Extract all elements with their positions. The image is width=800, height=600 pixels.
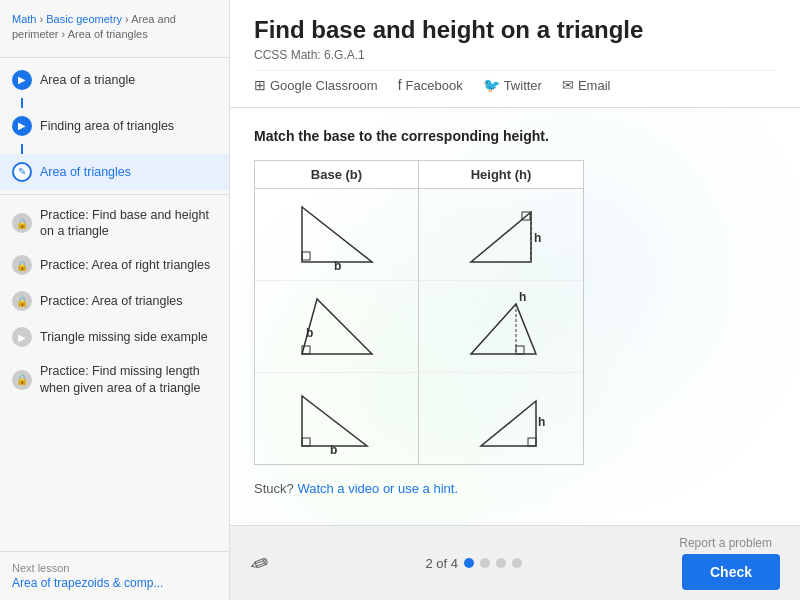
google-classroom-icon: ⊞ xyxy=(254,77,266,93)
sidebar-icon-complete: ▶ xyxy=(12,70,32,90)
matching-cell-height-2[interactable]: h xyxy=(419,281,583,373)
svg-text:h: h xyxy=(534,231,541,245)
sidebar-icon-complete2: ▶ xyxy=(12,116,32,136)
main-header: Find base and height on a triangle CCSS … xyxy=(230,0,800,108)
progress-dot-1 xyxy=(464,558,474,568)
sidebar-item-missing-side[interactable]: ▶ Triangle missing side example xyxy=(0,319,229,355)
sidebar-icon-lock3: 🔒 xyxy=(12,291,32,311)
svg-text:b: b xyxy=(330,443,337,456)
svg-text:h: h xyxy=(538,415,545,429)
progress-indicator: 2 of 4 xyxy=(425,556,522,571)
triangle-height-3-svg: h xyxy=(456,381,546,456)
progress-dot-2 xyxy=(480,558,490,568)
svg-rect-15 xyxy=(302,438,310,446)
svg-text:h: h xyxy=(519,290,526,304)
exercise-area: Match the base to the corresponding heig… xyxy=(230,108,800,525)
bottom-right: Report a problem Check xyxy=(679,536,780,590)
svg-rect-1 xyxy=(302,252,310,260)
report-problem-link[interactable]: Report a problem xyxy=(679,536,780,550)
sidebar-item-practice-right[interactable]: 🔒 Practice: Area of right triangles xyxy=(0,247,229,283)
stuck-hint-link[interactable]: Watch a video or use a hint. xyxy=(297,481,458,496)
sidebar: Math › Basic geometry › Area and perimet… xyxy=(0,0,230,600)
main-content: Find base and height on a triangle CCSS … xyxy=(230,0,800,600)
sidebar-item-practice-missing[interactable]: 🔒 Practice: Find missing length when giv… xyxy=(0,355,229,404)
sidebar-connector2 xyxy=(21,144,23,154)
page-title: Find base and height on a triangle xyxy=(254,16,776,44)
svg-marker-0 xyxy=(302,207,372,262)
breadcrumb-basic-geometry[interactable]: Basic geometry xyxy=(46,13,122,25)
progress-dot-4 xyxy=(512,558,522,568)
svg-text:b: b xyxy=(306,326,313,340)
pencil-icon: ✏ xyxy=(246,548,272,579)
svg-marker-10 xyxy=(471,304,536,354)
col-header-height: Height (h) xyxy=(419,161,583,189)
stuck-text: Stuck? xyxy=(254,481,294,496)
share-google-classroom[interactable]: ⊞ Google Classroom xyxy=(254,77,378,93)
share-facebook[interactable]: f Facebook xyxy=(398,77,463,93)
matching-table: Base (b) Height (h) b xyxy=(254,160,584,465)
stuck-bar: Stuck? Watch a video or use a hint. xyxy=(254,481,776,496)
triangle-height-2-svg: h xyxy=(456,289,546,364)
check-button[interactable]: Check xyxy=(682,554,780,590)
triangle-base-3-svg: b xyxy=(292,381,382,456)
share-twitter[interactable]: 🐦 Twitter xyxy=(483,77,542,93)
triangle-height-1-svg: h xyxy=(456,197,546,272)
matching-cell-base-1[interactable]: b xyxy=(255,189,419,281)
matching-cell-base-3[interactable]: b xyxy=(255,373,419,464)
sidebar-divider xyxy=(0,57,229,58)
matching-cell-base-2[interactable]: b xyxy=(255,281,419,373)
next-lesson-label: Next lesson xyxy=(12,562,217,574)
sidebar-item-finding-area[interactable]: ▶ Finding area of triangles xyxy=(0,108,229,144)
sidebar-item-practice-base[interactable]: 🔒 Practice: Find base and height on a tr… xyxy=(0,199,229,248)
svg-marker-14 xyxy=(302,396,367,446)
sidebar-icon-play: ▶ xyxy=(12,327,32,347)
share-bar: ⊞ Google Classroom f Facebook 🐦 Twitter … xyxy=(254,70,776,99)
sidebar-divider2 xyxy=(0,194,229,195)
sidebar-bottom: Next lesson Area of trapezoids & comp... xyxy=(0,551,229,600)
share-email[interactable]: ✉ Email xyxy=(562,77,611,93)
svg-text:b: b xyxy=(334,259,341,272)
sidebar-icon-lock4: 🔒 xyxy=(12,370,32,390)
col-header-base: Base (b) xyxy=(255,161,419,189)
email-icon: ✉ xyxy=(562,77,574,93)
progress-text: 2 of 4 xyxy=(425,556,458,571)
sidebar-item-area-of-triangle[interactable]: ▶ Area of a triangle xyxy=(0,62,229,98)
matching-cell-height-1[interactable]: h xyxy=(419,189,583,281)
sidebar-connector xyxy=(21,98,23,108)
sidebar-icon-lock2: 🔒 xyxy=(12,255,32,275)
next-lesson-title[interactable]: Area of trapezoids & comp... xyxy=(12,576,217,590)
breadcrumb-math[interactable]: Math xyxy=(12,13,36,25)
progress-dot-3 xyxy=(496,558,506,568)
triangle-base-1-svg: b xyxy=(292,197,382,272)
sidebar-icon-current: ✎ xyxy=(12,162,32,182)
sidebar-item-practice-area[interactable]: 🔒 Practice: Area of triangles xyxy=(0,283,229,319)
svg-rect-18 xyxy=(528,438,536,446)
ccss-label: CCSS Math: 6.G.A.1 xyxy=(254,48,776,62)
facebook-icon: f xyxy=(398,77,402,93)
exercise-instruction: Match the base to the corresponding heig… xyxy=(254,128,776,144)
bottom-bar: ✏ 2 of 4 Report a problem Check xyxy=(230,525,800,600)
twitter-icon: 🐦 xyxy=(483,77,500,93)
breadcrumb: Math › Basic geometry › Area and perimet… xyxy=(0,12,229,53)
sidebar-icon-lock1: 🔒 xyxy=(12,213,32,233)
matching-cell-height-3[interactable]: h xyxy=(419,373,583,464)
triangle-base-2-svg: b xyxy=(292,289,382,364)
svg-rect-12 xyxy=(516,346,524,354)
sidebar-item-area-triangles[interactable]: ✎ Area of triangles xyxy=(0,154,229,190)
